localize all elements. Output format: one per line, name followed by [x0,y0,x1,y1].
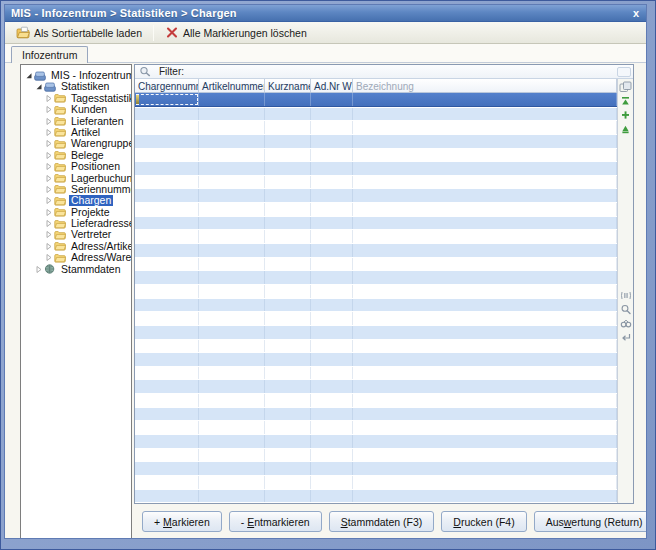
grid-cell[interactable] [199,367,265,380]
grid-cell[interactable] [199,462,265,475]
grid-cell[interactable] [353,490,617,503]
grid-cell[interactable] [353,244,617,257]
grid-cell[interactable] [311,217,353,230]
tree-item-kunden[interactable]: Kunden [21,104,131,115]
grid-cell[interactable] [311,149,353,162]
grid-cell[interactable] [199,135,265,148]
grid-cell[interactable] [265,203,311,216]
grid-cell[interactable] [199,244,265,257]
twisty-collapsed-icon[interactable] [44,219,53,228]
twisty-collapsed-icon[interactable] [44,128,53,137]
grid-cell[interactable] [353,353,617,366]
grid-cell[interactable] [135,476,199,489]
grid-cell[interactable] [135,258,199,271]
tree-item-seriennummern[interactable]: Seriennummern [21,184,131,195]
grid-cell[interactable] [353,149,617,162]
tree-item-vertreter[interactable]: Vertreter [21,229,131,240]
tab-infozentrum[interactable]: Infozentrum [11,46,88,63]
grid-cell[interactable] [265,189,311,202]
find-icon[interactable] [619,317,632,329]
grid-cell[interactable] [353,435,617,448]
grid-cell[interactable] [265,435,311,448]
grid-row[interactable] [135,325,617,340]
grid-cell[interactable] [353,230,617,243]
twisty-collapsed-icon[interactable] [44,208,53,217]
grid-cell[interactable] [353,326,617,339]
grid-cell[interactable] [353,285,617,298]
grid-cell[interactable] [353,408,617,421]
grid-cell[interactable] [265,380,311,393]
grid-cell[interactable] [135,121,199,134]
grid-row[interactable] [135,188,617,203]
grid-cell[interactable] [135,108,199,121]
grid-cell[interactable] [265,462,311,475]
grid-cell[interactable] [353,421,617,434]
twisty-collapsed-icon[interactable] [44,162,53,171]
grid-row[interactable] [135,379,617,394]
grid-cell[interactable] [353,108,617,121]
grid-cell[interactable] [265,408,311,421]
tree-item-tagesstatistik[interactable]: Tagesstatistik [21,93,131,104]
grid-cell[interactable] [311,108,353,121]
grid-row[interactable] [135,230,617,243]
grid-row[interactable] [135,161,617,176]
grid-cell[interactable] [199,340,265,353]
grid-cell[interactable] [353,367,617,380]
entmarkieren-button[interactable]: - Entmarkieren [229,511,322,532]
twisty-collapsed-icon[interactable] [44,94,53,103]
grid-row[interactable] [135,394,617,407]
grid-cell[interactable] [311,93,353,106]
twisty-collapsed-icon[interactable] [44,242,53,251]
grid-cell[interactable] [311,367,353,380]
tree-item-artikel[interactable]: Artikel [21,127,131,138]
grid-cell[interactable] [135,367,199,380]
stammdaten-button[interactable]: Stammdaten (F3) [329,511,435,532]
grid-row[interactable] [135,176,617,189]
twisty-expanded-icon[interactable] [34,82,43,91]
grid-row[interactable] [135,461,617,476]
grid-cell[interactable] [135,435,199,448]
column-header-artikelnummer[interactable]: Artikelnummer [199,79,265,92]
grid-row[interactable] [135,243,617,258]
tree-item-projekte[interactable]: Projekte [21,207,131,218]
grid-cell[interactable] [311,421,353,434]
grid-cell[interactable] [199,203,265,216]
grid-cell[interactable] [265,490,311,503]
grid-row[interactable] [135,298,617,313]
grid-cell[interactable] [353,162,617,175]
grid-cell[interactable] [199,435,265,448]
grid-cell[interactable] [265,121,311,134]
grid-cell[interactable] [311,189,353,202]
grid-cell[interactable] [265,93,311,106]
grid-cell[interactable] [199,217,265,230]
grid-row[interactable] [135,449,617,462]
twisty-collapsed-icon[interactable] [34,265,43,274]
grid-cell[interactable] [265,326,311,339]
grid-row[interactable] [135,216,617,231]
twisty-collapsed-icon[interactable] [44,174,53,183]
grid-cell[interactable] [353,217,617,230]
grid-cell[interactable] [135,449,199,462]
tree-item-adress-warengruppen[interactable]: Adress/Warengruppen [21,252,131,263]
twisty-collapsed-icon[interactable] [44,185,53,194]
grid-cell[interactable] [265,162,311,175]
grid-cell[interactable] [135,326,199,339]
grid-cell[interactable] [353,258,617,271]
twisty-collapsed-icon[interactable] [44,230,53,239]
grid-cell[interactable] [199,380,265,393]
drucken-button[interactable]: Drucken (F4) [441,511,526,532]
grid-cell[interactable] [311,299,353,312]
grid-row[interactable] [135,121,617,134]
grid-cell[interactable] [199,285,265,298]
grid-cell[interactable] [311,353,353,366]
grid-cell[interactable] [199,490,265,503]
tree-item-lagerbuchungen[interactable]: Lagerbuchungen [21,173,131,184]
grid-cell[interactable] [311,285,353,298]
grid-cell[interactable] [199,258,265,271]
grid-cell[interactable] [353,449,617,462]
grid-cell[interactable] [135,162,199,175]
grid-cell[interactable] [135,299,199,312]
clear-marks-button[interactable]: Alle Markierungen löschen [158,23,314,42]
grid-cell[interactable] [311,326,353,339]
tree-item-mis-infozentrum[interactable]: MIS - Infozentrum [21,70,131,81]
